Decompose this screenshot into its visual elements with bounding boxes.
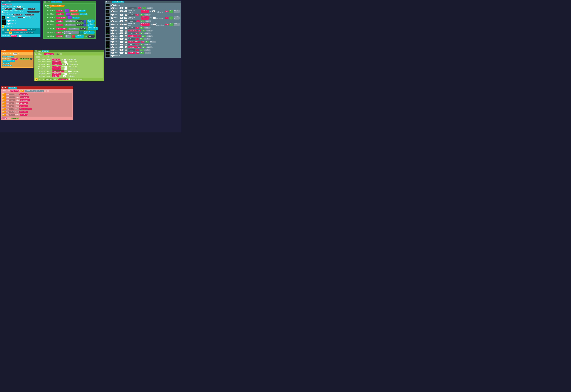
i2c-val[interactable]: 0x3C [18,17,23,18]
accel-y[interactable]: Accel-Y (m/s2) [83,31,95,34]
leer-func[interactable]: leersensores [50,1,62,3]
nss-pin[interactable]: 5 (D10) [4,8,12,10]
latitud-var[interactable]: latitud [56,10,63,12]
p-n6[interactable]: 1 [111,24,114,25]
sd-csv[interactable]: CSV [56,53,60,55]
p-n16[interactable]: 1 [111,52,114,54]
p-n13[interactable]: 1 [111,44,114,45]
barometrico3[interactable]: Barométrico [68,28,79,30]
temperatura-label[interactable]: Temperatura ºC [88,27,98,30]
p-n17[interactable]: 1 [111,55,114,56]
si-plus[interactable]: + [2,29,4,31]
mostrar-auto-checkbox[interactable]: ✓ [23,17,25,18]
sd-registrosd-var[interactable]: registrosd [44,53,54,55]
tiempo-val[interactable]: 0 [19,35,21,37]
datos-validos[interactable]: ¿Datos válidos? [49,5,65,7]
accel-gyro[interactable]: Accel+Gyro (MPU6050) [63,31,79,34]
lora-registro-var[interactable]: registro [10,90,19,92]
p-n14[interactable]: 1 [111,46,114,48]
p-n7[interactable]: 1 [111,27,114,29]
sd-datos-csv[interactable]: datos.csv [45,79,53,80]
gps-tx-pin[interactable]: RX-2 (D5) [25,14,34,15]
lora-plus2[interactable]: + [47,90,49,92]
p-n9[interactable]: 1 [111,32,114,34]
sd-plus[interactable]: + [35,50,37,52]
dio-pin[interactable]: 12 (D8) [28,8,35,10]
datos-csv2[interactable]: datos.csv [26,32,34,34]
i2c-num[interactable]: 1 [7,17,9,18]
bucle-pantalla[interactable]: enviaPantalla [2,60,15,62]
p-n2[interactable]: 1 [111,11,114,12]
posicion2-label[interactable]: Posición [71,13,79,15]
p-n11[interactable]: 1 [111,38,114,40]
altitud-var[interactable]: altitud [56,24,63,26]
sd-crear-minus[interactable]: - [38,56,40,58]
barometrico1[interactable]: Barométrico [65,20,76,22]
lora-minus[interactable]: - [44,90,46,92]
lora-send-pill[interactable]: LoRa [1,117,7,119]
humedad-var[interactable]: humedad [56,35,63,37]
init-pill[interactable]: Init [7,3,12,5]
lora-dropdown-arrow[interactable]: ▾ [19,118,20,119]
lora-codificar[interactable]: Codificar (Key:Value) [25,90,44,92]
sd-func[interactable]: enviaSd [42,50,49,52]
humedad-pct[interactable]: Humedad % [75,35,84,38]
p-num-1[interactable]: 1 [111,4,114,6]
lora-entries: JSON {} Key ❝ T ❞ Value tiempo ▾ JSON {}… [1,93,73,117]
tiempo-pill[interactable]: tiempo [10,35,17,37]
si-leer-plus[interactable]: + [45,5,47,7]
pantalla-plus[interactable]: + [105,1,107,3]
sd-salto-checkbox[interactable]: ✓ [69,79,70,80]
dht22[interactable]: DHT-22 [65,35,72,38]
latitud-field[interactable]: Latitud [78,10,86,12]
p-n15[interactable]: 1 [111,49,114,51]
existe-archivo[interactable]: ¿Existe el archivo? [10,29,27,31]
encrypt-checkbox[interactable] [1,11,3,13]
lora-pill[interactable]: LoRa [1,3,7,5]
sd-registrosd-val[interactable]: registrosd [58,79,68,80]
bmp280-2[interactable]: BMP280 [76,24,83,26]
sd-csv-plus[interactable]: + [60,53,62,55]
datos-csv1[interactable]: datos.csv [28,29,36,31]
bmp280-3[interactable]: BMP280 [80,28,86,30]
longitud-var[interactable]: longitud [56,13,64,15]
lora-plus[interactable]: + [1,87,3,89]
p-n8[interactable]: 1 [111,30,114,31]
barometrico2[interactable]: Barométrico [65,24,76,26]
bucle-tiempo-var[interactable]: tiempo [11,58,18,60]
bucle-s-badge[interactable]: S [30,58,32,60]
presion-var[interactable]: presion [56,20,63,22]
leer-plus[interactable]: + [44,1,46,3]
posicion-label[interactable]: Posición [70,10,78,12]
lora-registro-send[interactable]: registro [11,117,19,119]
p-n10[interactable]: 1 [111,35,114,37]
bucle-cronometro[interactable]: Cronómetro [19,58,29,60]
limpiar-num[interactable]: 1 [7,20,10,22]
altitudgps-var[interactable]: altitudgps [56,17,66,18]
altitud-gps-label[interactable]: Altitud [72,17,80,18]
p-n4[interactable]: 1 [111,17,114,19]
temperatura-var[interactable]: temperatura [56,28,67,30]
pin-val[interactable]: 25 (D3) [88,35,95,38]
sd-crear-plus[interactable]: + [36,56,38,58]
p-n5[interactable]: 1 [111,20,114,22]
bucle-leer[interactable]: leersensores [2,56,14,57]
rst-pin[interactable]: 13 (D9) [15,8,23,10]
gps-rx-pin[interactable]: TX-2 (D4) [13,14,22,15]
presion-label[interactable]: Presión (mb) [87,19,95,23]
bmp280-1[interactable]: BMP280 [76,20,83,22]
bucle-sd[interactable]: enviaSd [2,62,10,64]
rfm-freq[interactable]: 868 [17,6,21,8]
bucle-lora[interactable]: enviaLora [2,65,12,66]
p-n1[interactable]: 1 [111,7,114,9]
p-n3[interactable]: 1 [111,14,114,16]
p-n12[interactable]: 1 [111,41,114,43]
pantalla-func[interactable]: enviaPantalla [112,1,124,3]
mostrar-num[interactable]: 1 [7,23,10,25]
longitud-field[interactable]: Longitud [79,13,88,15]
encrypt-val[interactable]: xxxxxxxxxxxxxxxx [27,11,40,13]
ms-val[interactable]: 1000 [13,53,17,55]
acelz-var[interactable]: acelz [56,32,62,33]
altitud-label2[interactable]: Altitud (m) [87,23,95,27]
lora-func[interactable]: enviaLora [8,87,17,89]
